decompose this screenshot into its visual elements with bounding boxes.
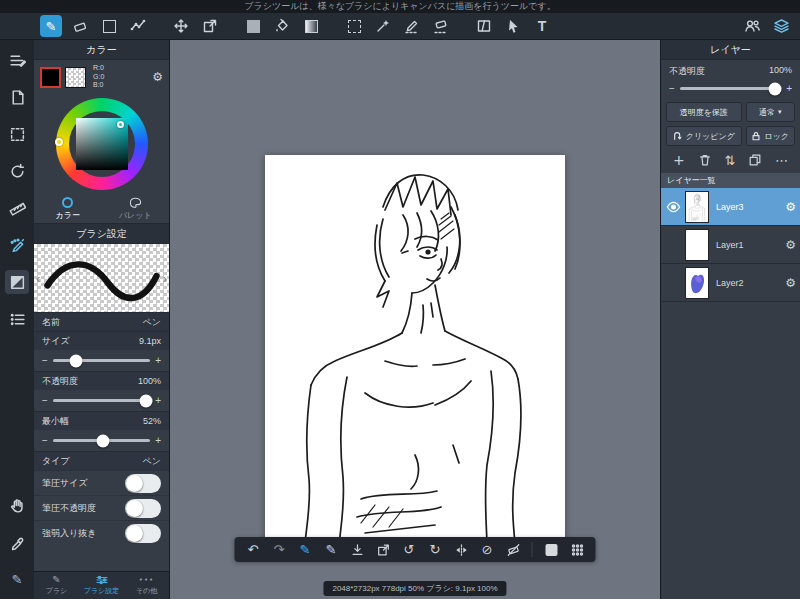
move-tool-button[interactable] — [170, 15, 192, 37]
frame-divide-button[interactable] — [473, 15, 495, 37]
menu-button[interactable] — [5, 48, 29, 72]
hue-ring[interactable] — [56, 98, 148, 190]
tab-brush[interactable]: ✎ ブラシ — [34, 572, 79, 599]
saturation-value-square[interactable] — [76, 118, 128, 170]
ruler-button[interactable] — [5, 196, 29, 220]
flip-horizontal-button[interactable] — [454, 541, 469, 559]
layer-settings-gear-icon[interactable]: ⚙ — [785, 238, 796, 252]
tab-color[interactable]: カラー — [34, 194, 102, 223]
minus-icon[interactable]: − — [42, 355, 48, 366]
plus-icon[interactable]: + — [786, 83, 792, 94]
pressure-opacity-toggle[interactable] — [125, 499, 161, 518]
plus-icon[interactable]: + — [155, 395, 161, 406]
share-button[interactable] — [741, 15, 763, 37]
hue-indicator[interactable] — [55, 138, 63, 146]
minus-icon[interactable]: − — [42, 395, 48, 406]
protect-alpha-button[interactable]: 透明度を保護 — [666, 102, 742, 122]
next-brush-chevron-icon[interactable]: › — [163, 271, 167, 286]
save-download-button[interactable] — [350, 541, 365, 559]
color-panel-button[interactable] — [5, 270, 29, 294]
tab-brush-settings[interactable]: ブラシ設定 — [79, 572, 124, 599]
polyline-tool-button[interactable] — [127, 15, 149, 37]
transparent-color-swatch[interactable] — [65, 67, 86, 88]
clear-button[interactable] — [506, 541, 521, 559]
disable-touch-draw-button[interactable]: ⊘ — [480, 541, 495, 559]
select-rect-button[interactable] — [343, 15, 365, 37]
rotate-left-button[interactable]: ↺ — [402, 541, 417, 559]
tab-brush-settings-label: ブラシ設定 — [84, 586, 120, 596]
pressure-opacity-row: 筆圧不透明度 — [34, 495, 169, 520]
sv-indicator[interactable] — [117, 121, 124, 128]
brush-minwidth-slider-thumb[interactable] — [97, 434, 110, 447]
brush-size-slider[interactable] — [53, 359, 150, 362]
brush-stroke-preview[interactable]: ‹ › — [34, 244, 169, 312]
layer-opacity-label: 不透明度 — [669, 65, 705, 78]
layer-row-layer1[interactable]: Layer1 ⚙ — [661, 226, 800, 264]
pages-button[interactable] — [5, 85, 29, 109]
select-panel-button[interactable] — [5, 122, 29, 146]
eyedropper-button[interactable] — [5, 530, 29, 554]
bucket-tool-button[interactable] — [271, 15, 293, 37]
layer-settings-gear-icon[interactable]: ⚙ — [785, 276, 796, 290]
eraser-tool-button[interactable] — [69, 15, 91, 37]
pen-quick-button[interactable]: ✎ — [324, 541, 339, 559]
lock-button[interactable]: ロック — [746, 126, 795, 146]
layer-more-button[interactable]: ⋯ — [775, 153, 788, 168]
layer-row-layer3[interactable]: Layer3 ⚙ — [661, 188, 800, 226]
tab-others[interactable]: ••• その他 — [124, 572, 169, 599]
canvas-area[interactable]: ↶ ↷ ✎ ✎ ↺ ↻ — [170, 40, 660, 599]
undo-button[interactable]: ↶ — [246, 541, 261, 559]
airbrush-panel-button[interactable] — [5, 233, 29, 257]
foreground-color-swatch[interactable] — [40, 67, 61, 88]
brush-settings-title: ブラシ設定 — [34, 224, 169, 244]
lock-label: ロック — [764, 131, 789, 142]
layer-visibility-toggle[interactable] — [665, 201, 681, 213]
text-tool-button[interactable]: T — [531, 15, 553, 37]
magic-wand-button[interactable] — [372, 15, 394, 37]
plus-icon[interactable]: + — [155, 355, 161, 366]
material-panel-button[interactable] — [5, 307, 29, 331]
clipping-button[interactable]: クリッピング — [666, 126, 742, 146]
hand-tool-button[interactable] — [5, 493, 29, 517]
duplicate-layer-button[interactable] — [748, 153, 762, 167]
minus-icon[interactable]: − — [669, 83, 675, 94]
pressure-size-toggle[interactable] — [125, 474, 161, 493]
background-color-button[interactable] — [544, 541, 559, 559]
layer-opacity-slider[interactable] — [680, 87, 781, 90]
snap-pen-button[interactable]: ✎ — [298, 541, 313, 559]
brush-opacity-slider-thumb[interactable] — [140, 394, 153, 407]
export-button[interactable] — [376, 541, 391, 559]
minus-icon[interactable]: − — [42, 435, 48, 446]
color-settings-gear-icon[interactable]: ⚙ — [152, 70, 163, 84]
prev-brush-chevron-icon[interactable]: ‹ — [36, 271, 40, 286]
layer-opacity-slider-thumb[interactable] — [769, 82, 782, 95]
stroke-taper-toggle[interactable] — [125, 524, 161, 543]
delete-layer-button[interactable] — [698, 153, 712, 167]
reorder-layer-button[interactable]: ⇅ — [724, 153, 735, 168]
toolbar-drag-handle[interactable] — [570, 541, 585, 559]
redo-button[interactable]: ↷ — [272, 541, 287, 559]
shape-tool-button[interactable] — [98, 15, 120, 37]
brush-size-slider-thumb[interactable] — [70, 354, 83, 367]
select-pen-button[interactable] — [401, 15, 423, 37]
pen-shortcut-button[interactable]: ✎ — [5, 567, 29, 591]
brush-opacity-slider[interactable] — [53, 399, 150, 402]
add-layer-button[interactable]: + — [673, 152, 685, 168]
operation-tool-button[interactable] — [502, 15, 524, 37]
layers-toggle-button[interactable] — [770, 15, 792, 37]
tab-palette[interactable]: パレット — [102, 194, 170, 223]
brush-minwidth-slider[interactable] — [53, 439, 150, 442]
gradient-tool-button[interactable] — [300, 15, 322, 37]
pen-tool-button[interactable]: ✎ — [40, 15, 62, 37]
rotate-view-button[interactable] — [5, 159, 29, 183]
plus-icon[interactable]: + — [155, 435, 161, 446]
color-swatch-button[interactable] — [242, 15, 264, 37]
layer-settings-gear-icon[interactable]: ⚙ — [785, 200, 796, 214]
color-brush-panel: カラー R:0 G:0 B:0 ⚙ — [34, 40, 170, 599]
drawing-canvas[interactable] — [265, 155, 565, 545]
layer-row-layer2[interactable]: Layer2 ⚙ — [661, 264, 800, 302]
blend-mode-button[interactable]: 通常 ▾ — [746, 102, 795, 122]
transform-tool-button[interactable] — [199, 15, 221, 37]
rotate-right-button[interactable]: ↻ — [428, 541, 443, 559]
select-eraser-button[interactable] — [430, 15, 452, 37]
